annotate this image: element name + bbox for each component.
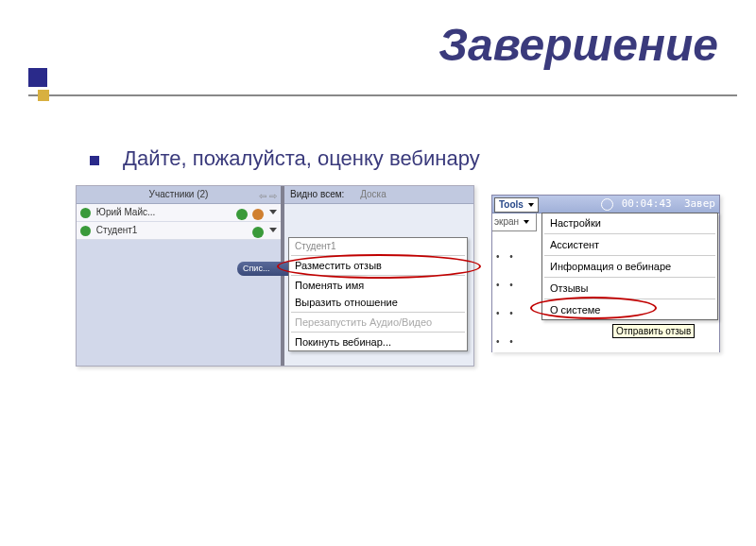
decor-dots: • • bbox=[496, 280, 517, 290]
mic-icon[interactable] bbox=[236, 209, 248, 220]
list-button-label: Спис... bbox=[243, 264, 269, 273]
participant-context-menu: Студент1 Разместить отзыв Поменять имя В… bbox=[288, 237, 468, 351]
participants-header: Участники (2) ⇦ ⇨ bbox=[77, 186, 281, 204]
participant-row[interactable]: Юрий Майс... bbox=[77, 204, 281, 222]
menu-separator bbox=[544, 299, 715, 299]
decor-dots: • • bbox=[496, 251, 517, 262]
ctx-menu-title: Студент1 bbox=[289, 238, 467, 254]
tools-menu: Настройки Ассистент Информация о вебинар… bbox=[541, 213, 718, 320]
ctx-item-rename[interactable]: Поменять имя bbox=[289, 277, 467, 294]
menu-separator bbox=[544, 277, 715, 278]
screenshot-participants-panel: Участники (2) ⇦ ⇨ Юрий Майс... Студент1 bbox=[76, 185, 474, 367]
menu-separator bbox=[544, 255, 715, 256]
slide-title-wrap: Завершение bbox=[438, 19, 718, 71]
list-button[interactable]: Спис... bbox=[237, 262, 296, 276]
timer-area: 00:04:43 Завер bbox=[601, 196, 715, 213]
decor-square-gold bbox=[38, 90, 49, 101]
slide-title: Завершение bbox=[438, 19, 718, 71]
nav-arrows[interactable]: ⇦ ⇨ bbox=[259, 188, 277, 205]
participants-title: Участники (2) bbox=[149, 189, 209, 199]
screenshot-tools-menu: Tools 00:04:43 Завер экран Настройки Асс… bbox=[491, 195, 720, 352]
divider-line bbox=[28, 94, 737, 96]
menu-separator bbox=[291, 255, 465, 256]
toolbar: Tools 00:04:43 Завер bbox=[492, 196, 719, 213]
status-online-icon bbox=[80, 226, 91, 236]
decor-dots: • • bbox=[496, 336, 517, 347]
participants-pane: Участники (2) ⇦ ⇨ Юрий Майс... Студент1 bbox=[77, 186, 281, 366]
ctx-item-leave[interactable]: Покинуть вебинар... bbox=[289, 333, 467, 350]
decor-square-blue bbox=[28, 68, 47, 87]
menu-separator bbox=[291, 332, 465, 333]
cam-icon[interactable] bbox=[252, 209, 264, 220]
menu-separator bbox=[544, 233, 715, 234]
chevron-down-icon bbox=[528, 203, 534, 207]
menu-separator bbox=[291, 312, 465, 313]
participant-name: Юрий Майс... bbox=[96, 207, 156, 217]
visible-to-label: Видно всем: bbox=[290, 189, 344, 199]
ctx-item-attitude[interactable]: Выразить отношение bbox=[289, 294, 467, 311]
bullet-icon bbox=[90, 156, 99, 165]
content-header: Видно всем: Доска bbox=[284, 186, 473, 204]
tools-item-about[interactable]: О системе bbox=[542, 300, 717, 319]
tooltip-send-review: Отправить отзыв bbox=[612, 324, 695, 338]
screen-label: экран bbox=[494, 216, 519, 227]
mic-icon[interactable] bbox=[252, 227, 264, 238]
tools-item-webinar-info[interactable]: Информация о вебинаре bbox=[542, 257, 717, 276]
tools-body: экран Настройки Ассистент Информация о в… bbox=[492, 213, 719, 352]
menu-separator bbox=[291, 275, 465, 276]
participant-row[interactable]: Студент1 bbox=[77, 222, 281, 240]
decor-dots: • • bbox=[496, 308, 517, 318]
status-online-icon bbox=[80, 208, 91, 218]
tools-label: Tools bbox=[499, 199, 524, 210]
tools-dropdown-button[interactable]: Tools bbox=[494, 197, 539, 213]
visible-to-value: Доска bbox=[360, 189, 387, 199]
timer-value: 00:04:43 bbox=[622, 197, 672, 210]
arrow-right-icon[interactable]: ⇨ bbox=[269, 191, 277, 201]
arrow-left-icon[interactable]: ⇦ bbox=[259, 191, 266, 201]
chevron-down-icon bbox=[524, 220, 529, 224]
ctx-item-restart-av: Перезапустить Аудио/Видео bbox=[289, 314, 467, 331]
row-menu-icon[interactable] bbox=[269, 210, 277, 214]
clock-icon bbox=[601, 198, 613, 211]
slide-subtitle: Дайте, пожалуйста, оценку вебинару bbox=[123, 146, 480, 171]
screen-dropdown[interactable]: экран bbox=[492, 213, 537, 231]
row-menu-icon[interactable] bbox=[269, 228, 277, 232]
tools-item-assistant[interactable]: Ассистент bbox=[542, 235, 717, 254]
participant-name: Студент1 bbox=[96, 225, 138, 235]
tools-item-reviews[interactable]: Отзывы bbox=[542, 279, 717, 298]
tools-item-settings[interactable]: Настройки bbox=[542, 213, 717, 232]
timer-suffix: Завер bbox=[684, 197, 715, 210]
ctx-item-review[interactable]: Разместить отзыв bbox=[289, 257, 467, 274]
